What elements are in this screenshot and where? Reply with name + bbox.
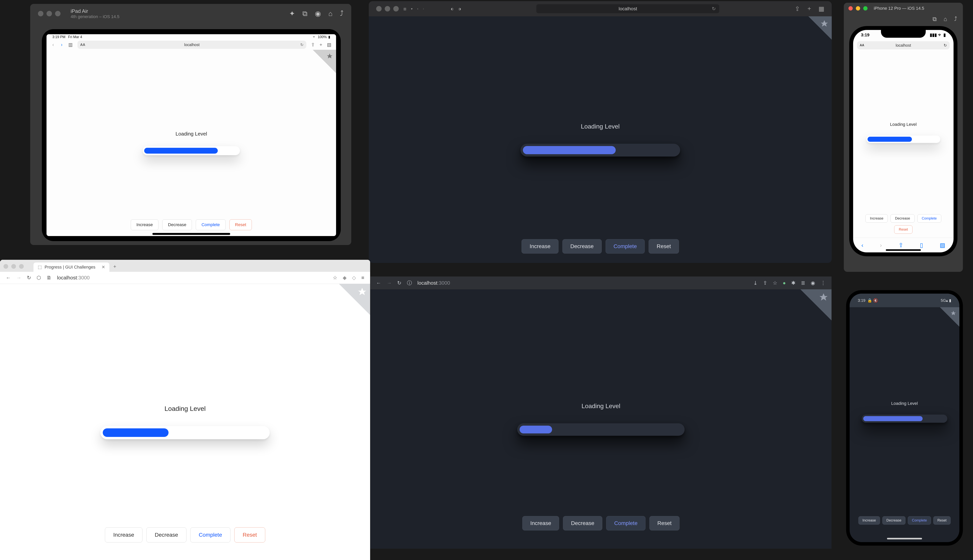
decrease-button[interactable]: Decrease [146, 527, 186, 542]
back-button[interactable]: ‹ [861, 242, 863, 248]
traffic-lights[interactable] [38, 11, 60, 16]
traffic-lights[interactable] [848, 6, 868, 10]
menu-icon[interactable]: ≡ [361, 275, 364, 281]
reset-button[interactable]: Reset [234, 527, 265, 542]
tabs-icon[interactable]: ▧ [940, 242, 945, 248]
home-icon[interactable]: ⌂ [328, 10, 333, 18]
reset-button[interactable]: Reset [894, 225, 912, 234]
increase-button[interactable]: Increase [105, 527, 142, 542]
close-tab-icon[interactable]: ✕ [102, 265, 105, 270]
progress-fill [144, 148, 218, 153]
decrease-button[interactable]: Decrease [162, 219, 192, 230]
back-button[interactable]: ‹ [51, 42, 55, 47]
rotate-icon[interactable]: ⤴ [954, 16, 957, 22]
iphone-device-frame: 3:19 ▮▮▮ ᯤ ▮ AA localhost ↻ Loading Leve… [849, 26, 958, 256]
bookmark-star-icon[interactable]: ☆ [773, 280, 777, 286]
back-button[interactable]: ← [376, 280, 381, 286]
visbug-corner-icon[interactable] [801, 289, 831, 320]
traffic-lights[interactable] [3, 264, 24, 269]
forward-button[interactable]: › [880, 242, 882, 248]
reset-button[interactable]: Reset [649, 516, 680, 530]
share-icon[interactable]: ⇪ [898, 242, 903, 248]
decrease-button[interactable]: Decrease [882, 516, 906, 525]
url-field[interactable]: localhost:3000 [57, 275, 327, 281]
iphone-sim-title: iPhone 12 Pro — iOS 14.5 [874, 6, 924, 11]
shield-icon[interactable]: ⬡ [37, 275, 41, 281]
complete-button[interactable]: Complete [908, 516, 931, 525]
back-button[interactable]: ← [6, 275, 11, 281]
profile-icon[interactable]: ◉ [811, 280, 815, 286]
reader-aa-icon[interactable]: AA [80, 43, 85, 47]
back-button[interactable]: ‹ [417, 7, 418, 10]
screenshot-icon[interactable]: ⧉ [303, 10, 308, 18]
visbug-corner-icon[interactable] [940, 307, 960, 327]
increase-button[interactable]: Increase [865, 214, 888, 223]
bookmarks-icon[interactable]: ▯ [920, 242, 923, 248]
complete-button[interactable]: Complete [606, 516, 645, 530]
reset-button[interactable]: Reset [229, 219, 252, 230]
page-title: Loading Level [164, 405, 206, 412]
complete-button[interactable]: Complete [190, 527, 231, 542]
reset-button[interactable]: Reset [649, 239, 679, 253]
share-icon[interactable]: ⇪ [311, 42, 315, 47]
forward-button[interactable]: › [60, 42, 64, 47]
reload-icon[interactable]: ↻ [27, 275, 31, 281]
install-icon[interactable]: ⤓ [753, 280, 757, 286]
decrease-button[interactable]: Decrease [563, 516, 602, 530]
share-icon[interactable]: ⇪ [795, 5, 800, 12]
reload-icon[interactable]: ↻ [300, 42, 304, 47]
appearance-icon[interactable]: ◑ [458, 7, 461, 11]
puzzle-icon[interactable]: ✱ [791, 280, 796, 286]
complete-button[interactable]: Complete [605, 239, 645, 253]
forward-button[interactable]: → [16, 275, 22, 281]
tabs-icon[interactable]: ▧ [327, 42, 331, 47]
url-field[interactable]: AA localhost ↻ [857, 41, 950, 49]
wallet-icon[interactable]: ◇ [352, 275, 356, 281]
shield-icon[interactable]: ◐ [451, 7, 454, 11]
browser-tab[interactable]: ⬚ Progress | GUI Challenges ✕ [33, 262, 109, 272]
complete-button[interactable]: Complete [196, 219, 225, 230]
reset-button[interactable]: Reset [933, 516, 951, 525]
url-field[interactable]: localhost:3000 [418, 280, 450, 286]
forward-button[interactable]: → [387, 280, 392, 286]
new-tab-icon[interactable]: + [319, 42, 322, 47]
complete-button[interactable]: Complete [917, 214, 941, 223]
increase-button[interactable]: Increase [131, 219, 159, 230]
reload-icon[interactable]: ↻ [712, 6, 716, 12]
reload-icon[interactable]: ↻ [944, 43, 947, 48]
page-title: Loading Level [581, 123, 620, 130]
visbug-corner-icon[interactable] [339, 284, 370, 315]
screenshot-icon[interactable]: ⧉ [933, 16, 936, 23]
decrease-button[interactable]: Decrease [562, 239, 602, 253]
new-tab-icon[interactable]: + [807, 5, 811, 12]
sidebar-icon[interactable]: ▥ [403, 7, 406, 11]
visbug-corner-icon[interactable] [313, 50, 336, 73]
rotate-icon[interactable]: ⤴ [340, 10, 343, 18]
extension-icon[interactable]: ● [783, 280, 786, 286]
traffic-lights[interactable] [376, 6, 399, 12]
increase-button[interactable]: Increase [522, 239, 558, 253]
reading-list-icon[interactable]: ≣ [801, 280, 805, 286]
sidebar-icon[interactable]: ▥ [68, 42, 73, 47]
decrease-button[interactable]: Decrease [891, 214, 914, 223]
dropdown-icon[interactable]: ▾ [411, 7, 413, 11]
increase-button[interactable]: Increase [858, 516, 880, 525]
tabs-icon[interactable]: ▦ [819, 5, 824, 12]
info-icon[interactable]: ⓘ [407, 280, 412, 287]
increase-button[interactable]: Increase [522, 516, 559, 530]
bookmark-star-icon[interactable]: ☆ [333, 275, 337, 281]
visbug-corner-icon[interactable] [808, 16, 832, 40]
magic-icon[interactable]: ✦ [289, 10, 295, 18]
new-tab-icon[interactable]: + [113, 263, 116, 270]
menu-icon[interactable]: ⋮ [821, 280, 826, 286]
record-icon[interactable]: ◉ [315, 10, 321, 18]
reload-icon[interactable]: ↻ [397, 280, 401, 286]
button-row: Increase Decrease Complete Reset [522, 516, 680, 530]
share-icon[interactable]: ⇪ [763, 280, 767, 286]
rewards-icon[interactable]: ◆ [343, 275, 346, 281]
url-field[interactable]: AA localhost ↻ [77, 41, 306, 49]
forward-button[interactable]: › [423, 7, 424, 10]
url-field[interactable]: localhost ↻ [536, 4, 719, 13]
reader-aa-icon[interactable]: AA [860, 43, 864, 47]
home-icon[interactable]: ⌂ [944, 16, 947, 22]
